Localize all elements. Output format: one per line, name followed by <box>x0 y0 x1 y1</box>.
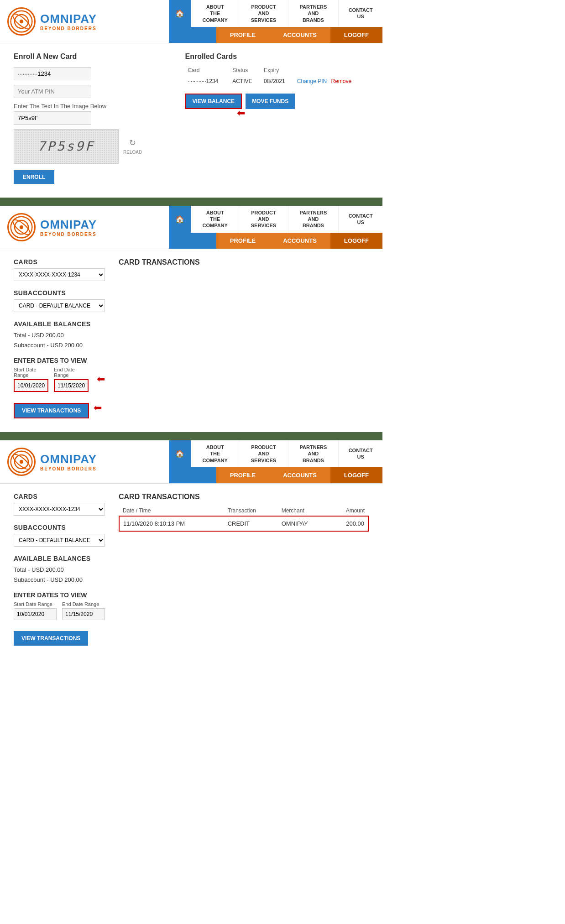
trans-date-cell: 11/10/2020 8:10:13 PM <box>119 516 224 531</box>
nav-bottom-3: PROFILE ACCOUNTS LOGOFF <box>169 467 382 483</box>
pin-input[interactable] <box>14 85 91 98</box>
change-pin-link[interactable]: Change PIN <box>297 78 327 84</box>
nav-accounts-2[interactable]: ACCOUNTS <box>269 233 330 249</box>
right-panel-3: CARD TRANSACTIONS Date / Time Transactio… <box>119 493 369 646</box>
nav-products-1[interactable]: PRODUCTAND SERVICES <box>239 0 288 27</box>
nav-profile-3[interactable]: PROFILE <box>216 467 269 483</box>
col-header-expiry: Expiry <box>261 65 294 75</box>
logo-tagline-3: BEYOND BORDERS <box>40 466 97 471</box>
enrolled-cards-table: Card Status Expiry ············1234 ACTI… <box>185 65 369 87</box>
table-row: 11/10/2020 8:10:13 PM CREDIT OMNIPAY 200… <box>119 516 368 531</box>
nav-contact-2[interactable]: CONTACT US <box>338 206 382 233</box>
end-date-field-2: End Date Range <box>54 367 89 392</box>
logo-tagline-1: BEYOND BORDERS <box>40 26 97 31</box>
nav-partners-2[interactable]: PARTNERS ANDBRANDS <box>288 206 339 233</box>
start-date-input-2[interactable] <box>14 379 48 392</box>
nav-profile-2[interactable]: PROFILE <box>216 233 269 249</box>
logo-area-1: OMNIPAY BEYOND BORDERS <box>0 0 169 43</box>
svg-point-11 <box>20 460 23 464</box>
cards-title-2: CARDS <box>14 258 105 266</box>
nav-area-3: 🏠 ABOUTTHE COMPANY PRODUCTAND SERVICES P… <box>169 440 382 483</box>
nav-contact-1[interactable]: CONTACT US <box>338 0 382 27</box>
subaccounts-select-2[interactable]: CARD - DEFAULT BALANCE <box>14 299 105 312</box>
nav-accounts-1[interactable]: ACCOUNTS <box>269 27 330 43</box>
red-arrow-dates-2: ⬅ <box>97 373 105 385</box>
trans-amount-cell: 200.00 <box>329 516 368 531</box>
reload-label: RELOAD <box>123 150 142 155</box>
reload-icon: ↻ <box>129 138 136 148</box>
trans-type-cell: CREDIT <box>224 516 278 531</box>
red-arrow-vtbtn-2: ⬅ <box>94 402 102 414</box>
logo-area-2: OMNIPAY BEYOND BORDERS <box>0 206 169 249</box>
nav-area-1: 🏠 ABOUTTHE COMPANY PRODUCTAND SERVICES P… <box>169 0 382 43</box>
page-section-1: OMNIPAY BEYOND BORDERS 🏠 ABOUTTHE COMPAN… <box>0 0 382 198</box>
end-date-label-3: End Date Range <box>62 601 105 607</box>
col-header-status: Status <box>230 65 261 75</box>
nav-accounts-3[interactable]: ACCOUNTS <box>269 467 330 483</box>
trans-merchant-cell: OMNIPAY <box>278 516 329 531</box>
left-panel-3: CARDS XXXX-XXXX-XXXX-1234 SUBACCOUNTS CA… <box>14 493 105 646</box>
captcha-display-text: 7P5s9F <box>37 139 94 154</box>
date-row-2: Start Date Range End Date Range ⬅ <box>14 367 105 392</box>
enroll-title: Enroll A New Card <box>14 52 167 61</box>
nav-profile-1[interactable]: PROFILE <box>216 27 269 43</box>
divider-1 <box>0 198 382 206</box>
start-date-input-3[interactable] <box>14 608 57 620</box>
page-section-2: OMNIPAY BEYOND BORDERS 🏠 ABOUTTHE COMPAN… <box>0 206 382 432</box>
nav-home-1[interactable]: 🏠 <box>169 0 191 27</box>
cards-select-2[interactable]: XXXX-XXXX-XXXX-1234 <box>14 268 105 281</box>
nav-about-2[interactable]: ABOUTTHE COMPANY <box>191 206 239 233</box>
nav-products-3[interactable]: PRODUCTAND SERVICES <box>239 440 288 467</box>
view-balance-button[interactable]: VIEW BALANCE <box>185 94 242 109</box>
left-panel-2: CARDS XXXX-XXXX-XXXX-1234 SUBACCOUNTS CA… <box>14 258 105 418</box>
header-1: OMNIPAY BEYOND BORDERS 🏠 ABOUTTHE COMPAN… <box>0 0 382 43</box>
card-expiry-cell: 08//2021 <box>261 75 294 87</box>
card-transactions-section-3: CARDS XXXX-XXXX-XXXX-1234 SUBACCOUNTS CA… <box>0 484 382 659</box>
nav-about-1[interactable]: ABOUTTHE COMPANY <box>191 0 239 27</box>
logo-name-2: OMNIPAY <box>40 218 97 232</box>
nav-contact-3[interactable]: CONTACT US <box>338 440 382 467</box>
reload-button[interactable]: ↻ RELOAD <box>123 138 142 155</box>
nav-home-3[interactable]: 🏠 <box>169 440 191 467</box>
col-header-actions <box>294 65 369 75</box>
header-3: OMNIPAY BEYOND BORDERS 🏠 ABOUTTHE COMPAN… <box>0 440 382 484</box>
subaccounts-title-3: SUBACCOUNTS <box>14 524 105 531</box>
logo-circle-2 <box>7 213 36 241</box>
logo-circle-1 <box>7 7 36 36</box>
nav-logoff-1[interactable]: LOGOFF <box>330 27 382 43</box>
end-date-input-2[interactable] <box>54 379 89 392</box>
available-balances-title-3: AVAILABLE BALANCES <box>14 555 105 562</box>
end-date-input-3[interactable] <box>62 608 105 620</box>
view-transactions-button-3[interactable]: VIEW TRANSACTIONS <box>14 631 88 646</box>
nav-partners-3[interactable]: PARTNERS ANDBRANDS <box>288 440 339 467</box>
logo-area-3: OMNIPAY BEYOND BORDERS <box>0 440 169 483</box>
right-panel-2: CARD TRANSACTIONS <box>119 258 369 418</box>
view-transactions-button-2[interactable]: VIEW TRANSACTIONS <box>14 403 89 418</box>
nav-partners-1[interactable]: PARTNERS ANDBRANDS <box>288 0 339 27</box>
cards-select-3[interactable]: XXXX-XXXX-XXXX-1234 <box>14 503 105 516</box>
nav-about-3[interactable]: ABOUTTHE COMPANY <box>191 440 239 467</box>
nav-logoff-2[interactable]: LOGOFF <box>330 233 382 249</box>
sub-balance-2: Subaccount - USD 200.00 <box>14 340 105 350</box>
dates-title-2: ENTER DATES TO VIEW <box>14 357 105 364</box>
available-balances-title-2: AVAILABLE BALANCES <box>14 320 105 328</box>
subaccounts-select-3[interactable]: CARD - DEFAULT BALANCE <box>14 534 105 547</box>
captcha-input[interactable] <box>14 111 91 125</box>
remove-link[interactable]: Remove <box>331 78 352 84</box>
nav-logoff-3[interactable]: LOGOFF <box>330 467 382 483</box>
card-number-input[interactable] <box>14 67 91 80</box>
red-arrow-view-balance: ⬅ <box>237 107 245 119</box>
end-date-label-2: End Date Range <box>54 367 89 378</box>
enroll-button[interactable]: ENROLL <box>14 170 54 184</box>
transactions-table-3: Date / Time Transaction Merchant Amount … <box>119 506 369 532</box>
page-section-3: OMNIPAY BEYOND BORDERS 🏠 ABOUTTHE COMPAN… <box>0 440 382 659</box>
table-row: ············1234 ACTIVE 08//2021 Change … <box>185 75 369 87</box>
svg-point-7 <box>20 225 23 229</box>
start-date-label-3: Start Date Range <box>14 601 57 607</box>
col-header-card: Card <box>185 65 230 75</box>
nav-products-2[interactable]: PRODUCTAND SERVICES <box>239 206 288 233</box>
nav-home-2[interactable]: 🏠 <box>169 206 191 233</box>
move-funds-button[interactable]: MOVE FUNDS <box>246 94 295 109</box>
card-transactions-section-2: CARDS XXXX-XXXX-XXXX-1234 SUBACCOUNTS CA… <box>0 249 382 432</box>
card-actions-cell: Change PIN Remove <box>294 75 369 87</box>
